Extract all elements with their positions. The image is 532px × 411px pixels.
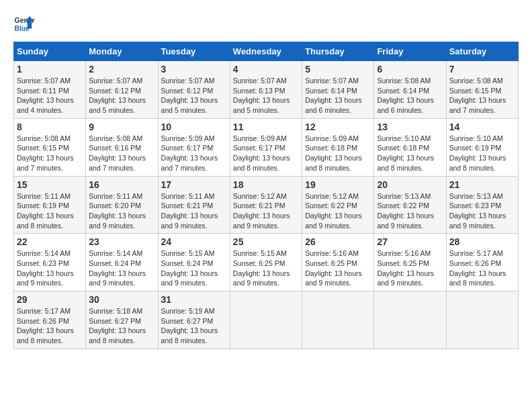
weekday-header: Tuesday <box>158 42 230 61</box>
calendar-cell: 26Sunrise: 5:16 AMSunset: 6:25 PMDayligh… <box>302 234 374 291</box>
day-number: 22 <box>17 236 83 247</box>
calendar-cell: 24Sunrise: 5:15 AMSunset: 6:24 PMDayligh… <box>158 234 230 291</box>
weekday-header: Friday <box>374 42 446 61</box>
day-info: Sunrise: 5:08 AMSunset: 6:15 PMDaylight:… <box>17 134 83 173</box>
day-info: Sunrise: 5:07 AMSunset: 6:11 PMDaylight:… <box>17 76 83 116</box>
calendar-cell: 15Sunrise: 5:11 AMSunset: 6:19 PMDayligh… <box>14 176 86 234</box>
calendar-cell: 5Sunrise: 5:07 AMSunset: 6:14 PMDaylight… <box>302 61 374 119</box>
day-number: 26 <box>305 236 371 247</box>
day-number: 1 <box>17 64 83 75</box>
calendar-cell: 29Sunrise: 5:17 AMSunset: 6:26 PMDayligh… <box>14 291 86 349</box>
day-number: 29 <box>17 294 83 305</box>
day-number: 24 <box>161 236 227 247</box>
calendar-week-row: 22Sunrise: 5:14 AMSunset: 6:23 PMDayligh… <box>14 234 519 291</box>
day-number: 25 <box>233 236 299 247</box>
calendar-cell: 17Sunrise: 5:11 AMSunset: 6:21 PMDayligh… <box>158 176 230 234</box>
calendar-cell: 2Sunrise: 5:07 AMSunset: 6:12 PMDaylight… <box>86 61 158 119</box>
weekday-header: Thursday <box>302 42 374 61</box>
calendar-cell: 6Sunrise: 5:08 AMSunset: 6:14 PMDaylight… <box>374 61 446 119</box>
calendar-cell: 12Sunrise: 5:09 AMSunset: 6:18 PMDayligh… <box>302 118 374 176</box>
calendar-cell: 20Sunrise: 5:13 AMSunset: 6:22 PMDayligh… <box>374 176 446 234</box>
day-number: 4 <box>233 64 299 75</box>
weekday-header: Monday <box>86 42 158 61</box>
day-number: 30 <box>89 294 154 305</box>
day-info: Sunrise: 5:11 AMSunset: 6:19 PMDaylight:… <box>17 191 83 231</box>
day-number: 19 <box>305 179 371 190</box>
day-info: Sunrise: 5:11 AMSunset: 6:21 PMDaylight:… <box>161 191 227 231</box>
day-info: Sunrise: 5:14 AMSunset: 6:24 PMDaylight:… <box>89 248 154 288</box>
day-number: 8 <box>17 122 83 132</box>
page-header: General Blue <box>13 13 519 35</box>
day-info: Sunrise: 5:07 AMSunset: 6:14 PMDaylight:… <box>305 76 371 116</box>
day-number: 15 <box>17 179 83 190</box>
day-number: 7 <box>449 64 515 75</box>
day-info: Sunrise: 5:19 AMSunset: 6:27 PMDaylight:… <box>161 306 227 346</box>
day-info: Sunrise: 5:12 AMSunset: 6:21 PMDaylight:… <box>233 191 299 231</box>
day-info: Sunrise: 5:18 AMSunset: 6:27 PMDaylight:… <box>89 306 154 346</box>
day-info: Sunrise: 5:12 AMSunset: 6:22 PMDaylight:… <box>305 191 371 231</box>
day-number: 16 <box>89 179 154 190</box>
calendar-week-row: 1Sunrise: 5:07 AMSunset: 6:11 PMDaylight… <box>14 61 519 119</box>
calendar-cell: 4Sunrise: 5:07 AMSunset: 6:13 PMDaylight… <box>230 61 302 119</box>
calendar-cell: 14Sunrise: 5:10 AMSunset: 6:19 PMDayligh… <box>446 118 518 176</box>
day-number: 27 <box>377 236 443 247</box>
day-info: Sunrise: 5:14 AMSunset: 6:23 PMDaylight:… <box>17 248 83 288</box>
calendar-table: SundayMondayTuesdayWednesdayThursdayFrid… <box>13 42 519 349</box>
day-number: 13 <box>377 122 443 132</box>
calendar-cell: 27Sunrise: 5:16 AMSunset: 6:25 PMDayligh… <box>374 234 446 291</box>
calendar-cell: 16Sunrise: 5:11 AMSunset: 6:20 PMDayligh… <box>86 176 158 234</box>
day-info: Sunrise: 5:07 AMSunset: 6:12 PMDaylight:… <box>89 76 154 116</box>
day-number: 17 <box>161 179 227 190</box>
day-number: 11 <box>233 122 299 132</box>
day-info: Sunrise: 5:17 AMSunset: 6:26 PMDaylight:… <box>17 306 83 346</box>
calendar-cell <box>374 291 446 349</box>
day-number: 21 <box>449 179 515 190</box>
calendar-cell <box>230 291 302 349</box>
day-info: Sunrise: 5:16 AMSunset: 6:25 PMDaylight:… <box>305 248 371 288</box>
day-number: 28 <box>449 236 515 247</box>
day-number: 23 <box>89 236 154 247</box>
day-number: 18 <box>233 179 299 190</box>
calendar-cell: 21Sunrise: 5:13 AMSunset: 6:23 PMDayligh… <box>446 176 518 234</box>
calendar-cell: 9Sunrise: 5:08 AMSunset: 6:16 PMDaylight… <box>86 118 158 176</box>
logo: General Blue <box>13 13 35 35</box>
calendar-week-row: 29Sunrise: 5:17 AMSunset: 6:26 PMDayligh… <box>14 291 519 349</box>
day-info: Sunrise: 5:15 AMSunset: 6:24 PMDaylight:… <box>161 248 227 288</box>
logo-icon: General Blue <box>13 13 35 35</box>
day-info: Sunrise: 5:08 AMSunset: 6:16 PMDaylight:… <box>89 134 154 173</box>
weekday-header: Sunday <box>14 42 86 61</box>
day-number: 14 <box>449 122 515 132</box>
day-number: 20 <box>377 179 443 190</box>
calendar-cell: 23Sunrise: 5:14 AMSunset: 6:24 PMDayligh… <box>86 234 158 291</box>
calendar-cell: 19Sunrise: 5:12 AMSunset: 6:22 PMDayligh… <box>302 176 374 234</box>
day-info: Sunrise: 5:15 AMSunset: 6:25 PMDaylight:… <box>233 248 299 288</box>
day-info: Sunrise: 5:07 AMSunset: 6:12 PMDaylight:… <box>161 76 227 116</box>
day-number: 5 <box>305 64 371 75</box>
day-info: Sunrise: 5:13 AMSunset: 6:23 PMDaylight:… <box>449 191 515 231</box>
calendar-header-row: SundayMondayTuesdayWednesdayThursdayFrid… <box>14 42 519 61</box>
calendar-cell: 10Sunrise: 5:09 AMSunset: 6:17 PMDayligh… <box>158 118 230 176</box>
calendar-week-row: 15Sunrise: 5:11 AMSunset: 6:19 PMDayligh… <box>14 176 519 234</box>
weekday-header: Saturday <box>446 42 518 61</box>
day-number: 2 <box>89 64 154 75</box>
calendar-cell: 18Sunrise: 5:12 AMSunset: 6:21 PMDayligh… <box>230 176 302 234</box>
day-info: Sunrise: 5:10 AMSunset: 6:19 PMDaylight:… <box>449 134 515 173</box>
calendar-cell: 13Sunrise: 5:10 AMSunset: 6:18 PMDayligh… <box>374 118 446 176</box>
day-number: 9 <box>89 122 154 132</box>
day-info: Sunrise: 5:11 AMSunset: 6:20 PMDaylight:… <box>89 191 154 231</box>
day-number: 12 <box>305 122 371 132</box>
calendar-week-row: 8Sunrise: 5:08 AMSunset: 6:15 PMDaylight… <box>14 118 519 176</box>
day-number: 31 <box>161 294 227 305</box>
day-info: Sunrise: 5:09 AMSunset: 6:18 PMDaylight:… <box>305 134 371 173</box>
calendar-cell: 22Sunrise: 5:14 AMSunset: 6:23 PMDayligh… <box>14 234 86 291</box>
day-number: 3 <box>161 64 227 75</box>
calendar-cell: 3Sunrise: 5:07 AMSunset: 6:12 PMDaylight… <box>158 61 230 119</box>
day-info: Sunrise: 5:10 AMSunset: 6:18 PMDaylight:… <box>377 134 443 173</box>
day-info: Sunrise: 5:17 AMSunset: 6:26 PMDaylight:… <box>449 248 515 288</box>
day-info: Sunrise: 5:08 AMSunset: 6:15 PMDaylight:… <box>449 76 515 116</box>
calendar-cell: 8Sunrise: 5:08 AMSunset: 6:15 PMDaylight… <box>14 118 86 176</box>
calendar-cell <box>446 291 518 349</box>
calendar-cell <box>302 291 374 349</box>
calendar-cell: 7Sunrise: 5:08 AMSunset: 6:15 PMDaylight… <box>446 61 518 119</box>
calendar-cell: 11Sunrise: 5:09 AMSunset: 6:17 PMDayligh… <box>230 118 302 176</box>
